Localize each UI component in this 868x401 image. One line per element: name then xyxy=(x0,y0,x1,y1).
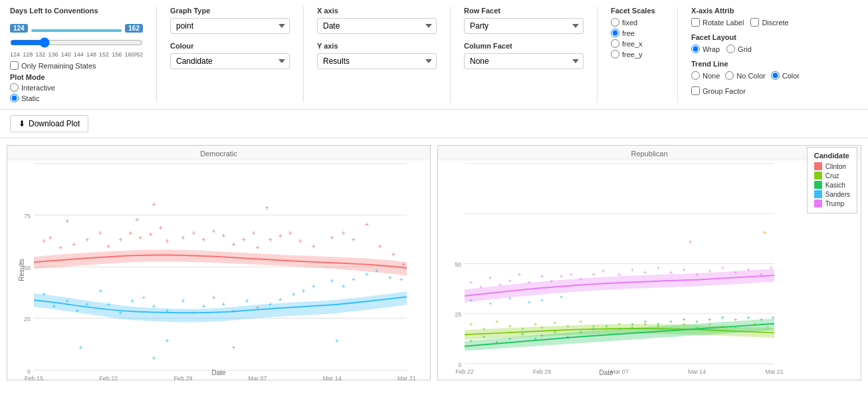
facet-free-x-radio[interactable] xyxy=(611,39,619,48)
facet-free-x-label[interactable]: free_x xyxy=(611,39,664,48)
trend-color-radio[interactable] xyxy=(771,71,780,80)
group-factor-checkbox[interactable] xyxy=(691,86,700,95)
row-facet-select[interactable]: Party None Candidate xyxy=(464,18,584,34)
republican-svg: 0 25 50 Feb 22 Feb 29 Mar 07 Mar 14 Mar … xyxy=(465,164,774,364)
days-left-group: Days Left to Conventions 124 162 124 128… xyxy=(10,7,143,102)
svg-text:+: + xyxy=(566,334,570,340)
discrete-label[interactable]: Discrete xyxy=(750,18,788,27)
svg-text:+: + xyxy=(560,273,563,280)
facet-wrap-radio[interactable] xyxy=(691,45,700,53)
facet-fixed-radio[interactable] xyxy=(611,18,619,27)
only-remaining-label[interactable]: Only Remaining States xyxy=(10,61,143,70)
svg-text:+: + xyxy=(469,280,473,287)
graph-type-group: Graph Type point line bar xyxy=(170,7,290,34)
legend-trump: Trump xyxy=(814,200,850,207)
trend-line-label: Trend Line xyxy=(691,60,800,68)
svg-text:+: + xyxy=(142,294,146,301)
facet-grid-radio[interactable] xyxy=(726,45,735,53)
legend-kasich: Kasich xyxy=(814,181,850,189)
trend-color-label[interactable]: Color xyxy=(771,71,800,80)
rotate-label-label[interactable]: Rotate Label xyxy=(691,18,744,27)
svg-text:+: + xyxy=(152,201,156,208)
facet-wrap-label[interactable]: Wrap xyxy=(691,45,720,53)
svg-text:+: + xyxy=(617,326,621,333)
facet-fixed-label[interactable]: fixed xyxy=(611,18,664,27)
svg-text:+: + xyxy=(42,291,46,298)
trend-line-radios: None No Color Color xyxy=(691,71,800,80)
svg-text:+: + xyxy=(469,297,473,304)
y-axis-label: Y axis xyxy=(317,42,437,50)
trend-no-color-label[interactable]: No Color xyxy=(725,71,765,80)
svg-text:+: + xyxy=(605,323,608,330)
svg-text:+: + xyxy=(708,317,711,323)
download-icon: ⬇ xyxy=(19,119,25,128)
plot-interactive-radio[interactable] xyxy=(10,83,19,92)
svg-text:+: + xyxy=(342,283,346,290)
column-facet-select[interactable]: None Party Candidate xyxy=(464,53,584,69)
plot-interactive-label[interactable]: Interactive xyxy=(10,83,143,92)
discrete-checkbox[interactable] xyxy=(750,18,759,27)
graph-type-select[interactable]: point line bar xyxy=(170,18,290,34)
svg-text:+: + xyxy=(365,271,369,278)
svg-text:+: + xyxy=(518,271,521,278)
svg-text:+: + xyxy=(106,243,110,250)
svg-text:+: + xyxy=(553,320,556,327)
svg-text:+: + xyxy=(391,251,395,258)
slider-min-input[interactable] xyxy=(10,37,143,48)
colour-label: Colour xyxy=(170,42,290,50)
svg-text:+: + xyxy=(553,329,556,336)
svg-text:+: + xyxy=(721,265,724,271)
plot-mode-label: Plot Mode xyxy=(10,73,143,81)
svg-text:+: + xyxy=(232,241,236,248)
dem-x-axis-label: Date xyxy=(7,369,430,376)
toolbar: ⬇ Download Plot xyxy=(0,110,868,138)
group-factor-label[interactable]: Group Factor xyxy=(691,86,800,95)
svg-text:+: + xyxy=(495,339,498,346)
download-button[interactable]: ⬇ Download Plot xyxy=(10,115,88,132)
svg-text:+: + xyxy=(469,321,473,328)
svg-text:+: + xyxy=(772,315,775,321)
svg-text:+: + xyxy=(550,278,554,285)
svg-text:+: + xyxy=(508,278,511,285)
facet-free-y-radio[interactable] xyxy=(611,50,619,59)
rotate-label-checkbox[interactable] xyxy=(691,18,700,27)
svg-text:+: + xyxy=(508,295,511,302)
facet-grid-label[interactable]: Grid xyxy=(726,45,752,53)
divider-4 xyxy=(597,7,597,102)
svg-text:+: + xyxy=(302,287,306,295)
column-facet-group: Column Facet None Party Candidate xyxy=(464,42,584,69)
svg-text:+: + xyxy=(212,227,216,235)
svg-text:+: + xyxy=(85,301,89,308)
svg-text:+: + xyxy=(181,297,185,305)
facet-free-label[interactable]: free xyxy=(611,29,664,37)
svg-text:+: + xyxy=(508,336,511,342)
facet-free-y-label[interactable]: free_y xyxy=(611,50,664,59)
colour-select[interactable]: Candidate Party xyxy=(170,53,290,69)
svg-text:+: + xyxy=(292,291,296,298)
svg-text:+: + xyxy=(669,326,673,333)
svg-text:+: + xyxy=(540,297,544,304)
plot-static-label[interactable]: Static xyxy=(10,94,143,102)
plot-static-radio[interactable] xyxy=(10,94,19,102)
controls-panel: Days Left to Conventions 124 162 124 128… xyxy=(0,0,868,110)
svg-text:+: + xyxy=(483,334,486,340)
svg-text:+: + xyxy=(695,271,699,278)
facet-free-radio[interactable] xyxy=(611,29,619,37)
svg-text:+: + xyxy=(734,317,737,323)
trend-none-radio[interactable] xyxy=(691,71,700,80)
svg-text:+: + xyxy=(212,294,216,301)
divider-5 xyxy=(677,7,678,102)
trend-no-color-radio[interactable] xyxy=(725,71,734,80)
only-remaining-checkbox[interactable] xyxy=(10,61,19,70)
facet-scales-group: Facet Scales fixed free free_x free_y xyxy=(611,7,664,59)
republican-title: Republican xyxy=(438,146,861,160)
y-axis-select[interactable]: Results Margin xyxy=(317,53,437,69)
x-axis-select[interactable]: Date Days Left xyxy=(317,18,437,34)
trend-none-label[interactable]: None xyxy=(691,71,720,80)
right-options-group: X-axis Attrib Rotate Label Discrete Face… xyxy=(691,7,800,95)
svg-text:+: + xyxy=(245,297,249,305)
svg-text:25: 25 xyxy=(455,311,461,318)
svg-text:+: + xyxy=(763,229,766,236)
svg-text:+: + xyxy=(342,229,346,237)
svg-text:+: + xyxy=(399,276,403,283)
